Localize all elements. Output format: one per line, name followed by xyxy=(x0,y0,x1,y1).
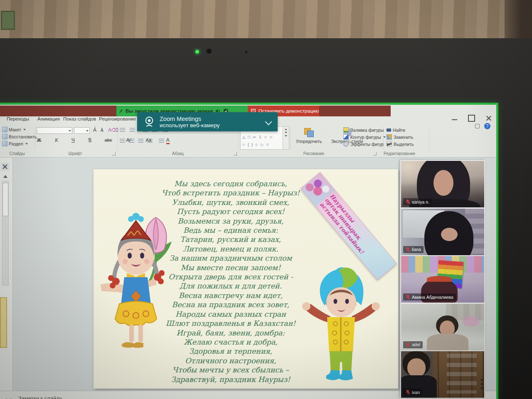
slides-panel xyxy=(0,158,13,391)
drawing-dialog-launcher[interactable] xyxy=(373,152,377,155)
notes-chevron-icon[interactable] xyxy=(6,396,12,399)
participant-tile[interactable]: liana xyxy=(401,209,484,255)
webcam-lens xyxy=(206,48,212,54)
participant-name: Амина Абденалиева xyxy=(412,295,453,300)
ribbon-button[interactable]: Выделить xyxy=(387,140,414,148)
caret-icon xyxy=(383,136,386,138)
ribbon-button-label: Выделить xyxy=(394,142,414,147)
shape-icon[interactable]: ○ xyxy=(264,135,267,142)
chevron-down-icon[interactable] xyxy=(265,118,272,126)
align-center-button[interactable] xyxy=(129,139,134,143)
shape-icon[interactable]: ☆ xyxy=(266,142,269,150)
poem-line: Здравствуй, праздник Наурыз! xyxy=(152,375,310,384)
ribbon-tab[interactable]: Показ слайдов xyxy=(63,116,96,121)
ribbon-button-label: Эффекты фигур xyxy=(350,142,384,147)
ribbon-button[interactable]: Раздел xyxy=(2,140,37,147)
font-format-button[interactable]: Ч xyxy=(71,137,75,143)
poem-line: Мы здесь сегодня собрались, xyxy=(152,179,310,188)
ribbon-button[interactable]: Заменить xyxy=(387,133,414,140)
participants-scroll-handle[interactable] xyxy=(481,379,483,390)
close-button[interactable] xyxy=(486,116,491,121)
ribbon-group-labels: Слайды Шрифт Абзац Рисование Редактирова… xyxy=(0,151,496,157)
participant-tile[interactable]: Амина Абденалиева xyxy=(401,256,484,303)
font-group-label: Шрифт xyxy=(37,151,114,156)
participant-name-badge: adel xyxy=(403,341,423,348)
scroll-up-arrow[interactable] xyxy=(3,175,7,178)
caret-icon xyxy=(25,143,28,145)
mic-muted-icon xyxy=(406,294,410,300)
ribbon-button[interactable]: Восстановить xyxy=(2,133,37,140)
shape-icon[interactable]: □ xyxy=(248,135,250,142)
slide-thumbnail[interactable] xyxy=(0,297,7,348)
columns-button[interactable] xyxy=(159,139,164,143)
align-right-button[interactable] xyxy=(138,139,143,143)
shrink-font-button[interactable]: А̀ xyxy=(101,128,103,133)
laptop-body: Вы запустили демонстрацию экрана Останов… xyxy=(0,38,532,399)
maximize-button[interactable] xyxy=(468,115,475,122)
arrange-button[interactable]: Упорядочить xyxy=(291,126,327,150)
webcam-notification[interactable]: Zoom Meetings использует веб-камеру xyxy=(137,112,278,131)
scrollbar-thumb[interactable] xyxy=(2,183,8,216)
editing-group-label: Редактирование xyxy=(375,151,424,156)
notes-label: Заметки к слайду xyxy=(18,395,62,399)
webcam-app-name: Zoom Meetings xyxy=(160,116,266,122)
ribbon-button-label: Раздел xyxy=(9,141,23,146)
font-size-combobox[interactable] xyxy=(74,127,90,134)
shape-icon[interactable]: ○ xyxy=(255,142,258,150)
shape-icon[interactable]: ◇ xyxy=(260,142,263,150)
paragraph-dialog-launcher[interactable] xyxy=(234,152,237,155)
font-format-button[interactable]: Ж xyxy=(37,137,42,143)
mic-muted-icon xyxy=(406,247,410,252)
participant-name-badge: saniya n. xyxy=(403,198,432,205)
grow-font-button[interactable]: А́ xyxy=(93,127,96,133)
ribbon-tab[interactable]: Рецензирование xyxy=(99,116,136,121)
ribbon-tab[interactable]: Переходы xyxy=(7,116,29,121)
justify-button[interactable] xyxy=(147,139,153,143)
shape-icon[interactable]: △ xyxy=(242,135,245,142)
shape-icon[interactable]: ⇨ xyxy=(253,135,256,142)
panel-scrollbar[interactable] xyxy=(2,181,9,286)
ribbon-button-label: Контур фигуры xyxy=(350,135,381,140)
font-format-buttons: ЖКЧSabcAVАаА xyxy=(37,137,106,145)
shape-icon[interactable]: ∩ xyxy=(242,142,245,150)
mic-muted-icon xyxy=(406,389,410,395)
shapes-scrollbar[interactable] xyxy=(283,127,289,149)
font-name-combobox[interactable] xyxy=(37,127,72,134)
bullets-button[interactable] xyxy=(120,128,125,133)
font-format-button[interactable]: S xyxy=(88,137,91,143)
poem-line: Чтоб встретить праздник – Наурыз! xyxy=(152,188,310,197)
align-left-button[interactable] xyxy=(120,139,125,143)
ribbon-button[interactable]: Контур фигуры xyxy=(343,133,389,140)
font-format-button[interactable]: abc xyxy=(105,138,112,143)
webcam-message: использует веб-камеру xyxy=(160,122,266,128)
shape-icon[interactable]: ⇩ xyxy=(259,135,262,142)
zoom-participants-panel: saniya n. xyxy=(400,160,485,398)
ribbon-pin-icon[interactable] xyxy=(475,124,480,128)
ribbon-button-icon xyxy=(2,141,7,146)
clear-format-button[interactable]: А⌫ xyxy=(108,127,118,133)
shape-style-buttons: Заливка фигуры Контур фигуры Эффекты ф xyxy=(343,126,389,148)
participant-name: liana xyxy=(412,247,421,252)
participant-tile[interactable]: ivan xyxy=(401,351,484,398)
mic-hole xyxy=(245,51,247,53)
ribbon-button[interactable]: Заливка фигуры xyxy=(343,126,389,133)
ribbon-button[interactable]: Эффекты фигур xyxy=(343,140,389,148)
shape-icon[interactable]: ☆ xyxy=(269,135,273,142)
participant-tile[interactable]: adel xyxy=(401,304,484,350)
ribbon-tab[interactable]: Анимация xyxy=(37,116,60,121)
ribbon-button[interactable]: Найти xyxy=(387,126,414,133)
font-format-button[interactable]: А xyxy=(166,137,170,144)
shape-icon[interactable]: { xyxy=(248,142,249,150)
minimize-button[interactable] xyxy=(452,116,457,121)
font-dialog-launcher[interactable] xyxy=(112,152,116,155)
font-format-button[interactable]: К xyxy=(55,137,58,143)
participant-tile[interactable]: saniya n. xyxy=(401,161,484,207)
webcam-icon xyxy=(143,116,155,128)
slide-canvas[interactable]: Мы здесь сегодня собрались,Чтоб встретит… xyxy=(94,169,398,389)
shape-icon[interactable]: } xyxy=(251,142,253,150)
numbering-button[interactable] xyxy=(130,128,135,133)
ribbon-button[interactable]: Макет xyxy=(2,126,37,133)
boy-clipart xyxy=(300,266,382,388)
help-button[interactable]: ? xyxy=(484,123,490,129)
panel-close-button[interactable] xyxy=(1,163,9,171)
